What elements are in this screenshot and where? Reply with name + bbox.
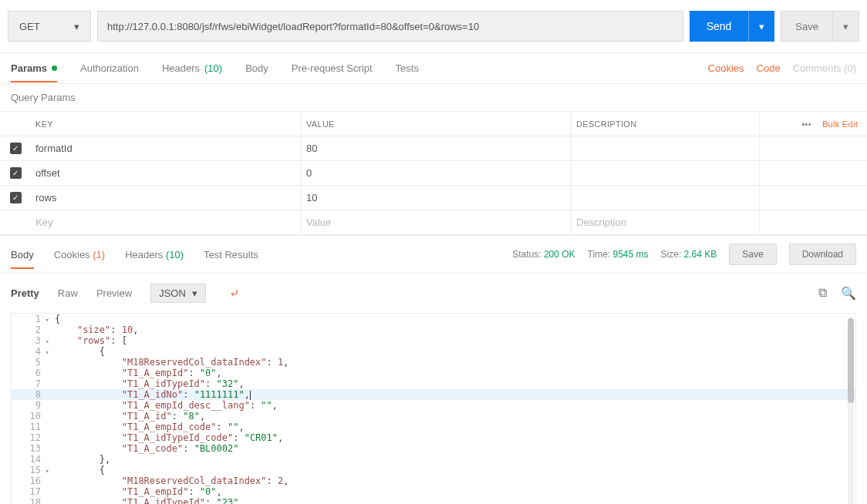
code-line[interactable]: 18 "T1_A_idTypeId": "23", xyxy=(12,497,855,504)
url-input[interactable] xyxy=(97,11,683,42)
code-line[interactable]: 12 "T1_A_idTypeId_code": "CR01", xyxy=(12,432,855,443)
method-select[interactable]: GET ▾ xyxy=(8,11,91,42)
param-key[interactable]: formatId xyxy=(31,143,301,154)
request-right-links: Cookies Code Comments (0) xyxy=(708,62,856,74)
view-raw[interactable]: Raw xyxy=(58,287,78,299)
save-response-button[interactable]: Save xyxy=(729,244,776,265)
response-body-editor[interactable]: 1▾{2 "size": 10,3▾ "rows": [4▾ {5 "M18Re… xyxy=(11,313,856,504)
link-comments[interactable]: Comments (0) xyxy=(793,62,856,74)
param-key[interactable]: offset xyxy=(31,167,301,179)
param-value[interactable]: 0 xyxy=(301,161,571,185)
status-value: 200 OK xyxy=(544,249,575,260)
chevron-down-icon: ▾ xyxy=(192,287,197,299)
chevron-down-icon: ▾ xyxy=(74,21,79,32)
view-pretty[interactable]: Pretty xyxy=(11,287,39,299)
scrollbar-thumb[interactable] xyxy=(848,318,854,403)
response-tabs: Body Cookies (1) Headers (10) Test Resul… xyxy=(0,235,867,274)
save-button[interactable]: Save ▾ xyxy=(781,11,859,42)
code-line[interactable]: 8 "T1_A_idNo": "1111111", xyxy=(12,389,855,400)
body-view-toolbar: Pretty Raw Preview JSON ▾ ⤶ ⧉ 🔍 xyxy=(0,274,867,313)
send-split-chevron[interactable]: ▾ xyxy=(748,11,774,42)
tab-params[interactable]: Params xyxy=(11,62,57,74)
param-key[interactable]: rows xyxy=(31,192,301,203)
col-value-header: VALUE xyxy=(301,112,571,136)
save-button-label: Save xyxy=(781,21,832,32)
request-tabs: Params Authorization Headers (10) Body P… xyxy=(0,53,867,84)
code-line[interactable]: 2 "size": 10, xyxy=(12,324,855,335)
send-button-label: Send xyxy=(690,20,749,32)
code-line[interactable]: 6 "T1_A_empId": "0", xyxy=(12,368,855,378)
time-value: 9545 ms xyxy=(613,249,649,260)
send-button[interactable]: Send ▾ xyxy=(690,11,775,42)
code-line[interactable]: 11 "T1_A_empId_code": "", xyxy=(12,422,855,432)
code-line[interactable]: 10 "T1_A_id": "8", xyxy=(12,411,855,422)
wrap-lines-icon[interactable]: ⤶ xyxy=(224,283,244,304)
scrollbar[interactable] xyxy=(848,317,854,504)
param-row: ✓ formatId 80 xyxy=(0,136,867,161)
code-line[interactable]: 3▾ "rows": [ xyxy=(12,335,855,346)
bulk-edit-link[interactable]: Bulk Edit xyxy=(822,119,858,129)
param-row: ✓ rows 10 xyxy=(0,186,867,210)
code-line[interactable]: 5 "M18ReservedCol_dataIndex": 1, xyxy=(12,357,855,368)
tab-body[interactable]: Body xyxy=(245,62,268,74)
tab-tests[interactable]: Tests xyxy=(396,62,419,74)
param-value-ph[interactable]: Value xyxy=(301,210,571,234)
code-line[interactable]: 9 "T1_A_empId_desc__lang": "", xyxy=(12,400,855,411)
param-desc[interactable] xyxy=(571,186,759,210)
save-split-chevron[interactable]: ▾ xyxy=(832,11,859,42)
resp-tab-headers[interactable]: Headers (10) xyxy=(125,249,184,260)
param-key-ph[interactable]: Key xyxy=(31,217,301,228)
param-value[interactable]: 80 xyxy=(301,136,571,160)
param-row: ✓ offset 0 xyxy=(0,161,867,186)
code-line[interactable]: 7 "T1_A_idTypeId": "32", xyxy=(12,378,855,389)
params-table: KEY VALUE DESCRIPTION ••• Bulk Edit ✓ fo… xyxy=(0,111,867,235)
resp-tab-body[interactable]: Body xyxy=(11,249,34,260)
params-header-row: KEY VALUE DESCRIPTION ••• Bulk Edit xyxy=(0,112,867,136)
param-row-empty: Key Value Description xyxy=(0,210,867,235)
resp-tab-testresults[interactable]: Test Results xyxy=(204,249,258,260)
code-line[interactable]: 16 "M18ReservedCol_dataIndex": 2, xyxy=(12,475,855,486)
size-value: 2.64 KB xyxy=(684,249,717,260)
param-desc-ph[interactable]: Description xyxy=(571,210,759,234)
param-desc[interactable] xyxy=(571,161,759,185)
code-line[interactable]: 17 "T1_A_empId": "0", xyxy=(12,486,855,497)
code-line[interactable]: 1▾{ xyxy=(12,314,855,324)
code-line[interactable]: 14 }, xyxy=(12,454,855,465)
method-label: GET xyxy=(19,21,40,32)
code-line[interactable]: 4▾ { xyxy=(12,346,855,357)
query-params-title: Query Params xyxy=(0,84,867,111)
view-preview[interactable]: Preview xyxy=(96,287,132,299)
param-value[interactable]: 10 xyxy=(301,186,571,210)
link-cookies[interactable]: Cookies xyxy=(708,62,744,74)
checkbox-icon[interactable]: ✓ xyxy=(10,192,22,203)
download-button[interactable]: Download xyxy=(789,244,856,265)
tab-prerequest[interactable]: Pre-request Script xyxy=(292,62,373,74)
link-code[interactable]: Code xyxy=(757,62,781,74)
checkbox-icon[interactable]: ✓ xyxy=(10,167,22,179)
more-icon[interactable]: ••• xyxy=(801,119,811,129)
request-bar: GET ▾ Send ▾ Save ▾ xyxy=(0,0,867,53)
tab-headers[interactable]: Headers (10) xyxy=(162,62,222,74)
copy-icon[interactable]: ⧉ xyxy=(818,286,827,301)
response-meta: Status: 200 OK Time: 9545 ms Size: 2.64 … xyxy=(512,244,856,265)
tab-authorization[interactable]: Authorization xyxy=(80,62,139,74)
params-dot-icon xyxy=(52,66,57,71)
resp-tab-cookies[interactable]: Cookies (1) xyxy=(54,249,105,260)
col-key-header: KEY xyxy=(31,119,301,129)
code-line[interactable]: 15▾ { xyxy=(12,465,855,475)
format-select[interactable]: JSON ▾ xyxy=(150,284,206,303)
col-desc-header: DESCRIPTION xyxy=(571,112,759,136)
param-desc[interactable] xyxy=(571,136,759,160)
checkbox-icon[interactable]: ✓ xyxy=(10,143,22,154)
code-line[interactable]: 13 "T1_A_code": "BL0002" xyxy=(12,443,855,454)
search-icon[interactable]: 🔍 xyxy=(841,286,856,301)
